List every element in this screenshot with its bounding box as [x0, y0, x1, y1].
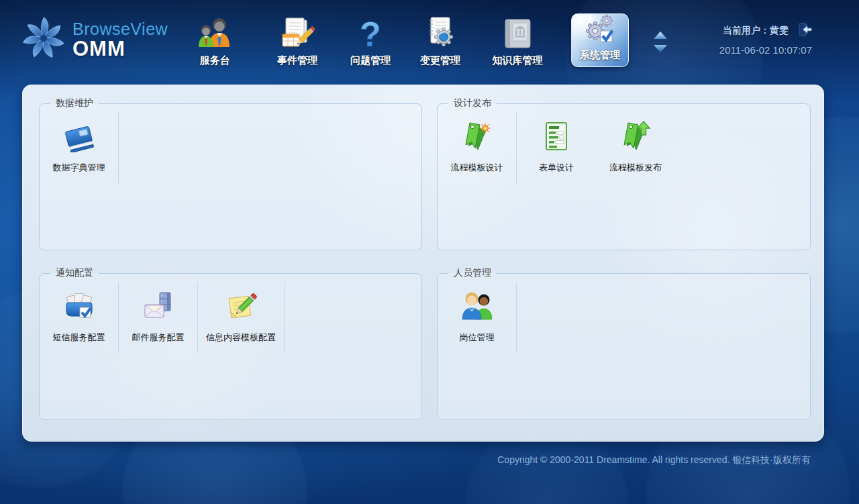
mail-server-icon: [142, 290, 174, 325]
panel-notification-config: 通知配置: [39, 267, 422, 420]
current-user-label: 当前用户：黄雯: [723, 25, 789, 37]
panel-title: 人员管理: [448, 267, 497, 279]
green-ribbon-up-arrow-icon: [619, 120, 652, 155]
current-datetime: 2011-06-02 10:07:07: [719, 44, 812, 56]
question-mark-icon: ?: [353, 12, 388, 51]
nav-item-knowledge-base[interactable]: 知识库管理: [478, 9, 556, 67]
sms-folders-check-icon: [63, 290, 95, 325]
nav-item-change-management[interactable]: 变更管理: [405, 9, 475, 67]
nav-item-problem-management[interactable]: ? 问题管理: [336, 9, 405, 67]
note-pencil-icon: [225, 290, 257, 325]
launcher-position-management[interactable]: 岗位管理: [438, 282, 517, 353]
logout-door-icon[interactable]: [797, 22, 812, 40]
nav-collapse-arrows[interactable]: [652, 30, 668, 54]
panel-title: 通知配置: [50, 267, 99, 279]
launcher-label: 短信服务配置: [53, 332, 105, 344]
nav-label: 问题管理: [350, 54, 391, 67]
top-bar: BrowseView OMM 服务台: [0, 0, 859, 81]
launcher-label: 邮件服务配置: [132, 332, 185, 344]
launcher-label: 表单设计: [539, 162, 574, 174]
blue-book-icon: [63, 120, 95, 155]
green-ribbon-star-icon: [461, 120, 493, 155]
nav-item-incident-management[interactable]: 事件管理: [262, 9, 332, 67]
launcher-sms-service-config[interactable]: 短信服务配置: [40, 282, 119, 353]
nav-label: 变更管理: [420, 54, 460, 67]
launcher-label: 数据字典管理: [53, 162, 105, 174]
launcher-data-dictionary[interactable]: 数据字典管理: [40, 112, 119, 183]
nav-item-service-desk[interactable]: 服务台: [180, 9, 250, 67]
user-info: 当前用户：黄雯 2011-06-02 10:07:07: [719, 22, 812, 56]
panel-personnel-management: 人员管理 岗位管理: [437, 267, 811, 420]
brand-title: BrowseView: [72, 20, 168, 38]
brand-subtitle: OMM: [72, 38, 168, 59]
document-gear-icon: [423, 12, 458, 51]
gears-check-icon: [585, 13, 615, 47]
nav-label: 服务台: [200, 54, 230, 67]
launcher-label: 流程模板发布: [609, 162, 662, 174]
launcher-process-template-publish[interactable]: 流程模板发布: [596, 112, 675, 183]
launcher-form-design[interactable]: 表单设计: [517, 112, 596, 183]
nav-label: 事件管理: [277, 54, 317, 67]
launcher-label: 流程模板设计: [451, 162, 503, 174]
panel-data-maintenance: 数据维护: [39, 97, 422, 250]
pinwheel-logo-icon: [19, 13, 68, 66]
triangle-up-icon: [654, 32, 667, 39]
triangle-down-icon: [654, 45, 667, 52]
nav-label: 知识库管理: [493, 54, 543, 67]
main-content-panel: 数据维护: [22, 85, 824, 442]
two-people-icon: [461, 290, 493, 325]
knowledge-book-icon: [500, 12, 535, 51]
panel-title: 设计发布: [448, 97, 497, 109]
launcher-label: 信息内容模板配置: [206, 332, 276, 344]
nav-item-system-management-selected[interactable]: 系统管理: [571, 13, 629, 67]
svg-text:?: ?: [360, 16, 381, 51]
launcher-process-template-design[interactable]: 流程模板设计: [438, 112, 517, 183]
nav-label: 系统管理: [580, 49, 620, 62]
service-desk-people-icon: [197, 12, 232, 51]
incident-documents-pencil-icon: [280, 12, 315, 51]
launcher-mail-service-config[interactable]: 邮件服务配置: [119, 282, 198, 353]
launcher-label: 岗位管理: [460, 332, 495, 344]
panel-design-publish: 设计发布 流程模板设计: [437, 97, 811, 250]
launcher-message-template-config[interactable]: 信息内容模板配置: [198, 282, 285, 353]
copyright-text: Copyright © 2000-2011 Dreamstime. All ri…: [497, 454, 811, 466]
app-window: BrowseView OMM 服务台: [0, 0, 859, 504]
app-logo: BrowseView OMM: [19, 13, 168, 66]
form-design-icon: [540, 120, 572, 155]
panel-title: 数据维护: [50, 97, 99, 109]
